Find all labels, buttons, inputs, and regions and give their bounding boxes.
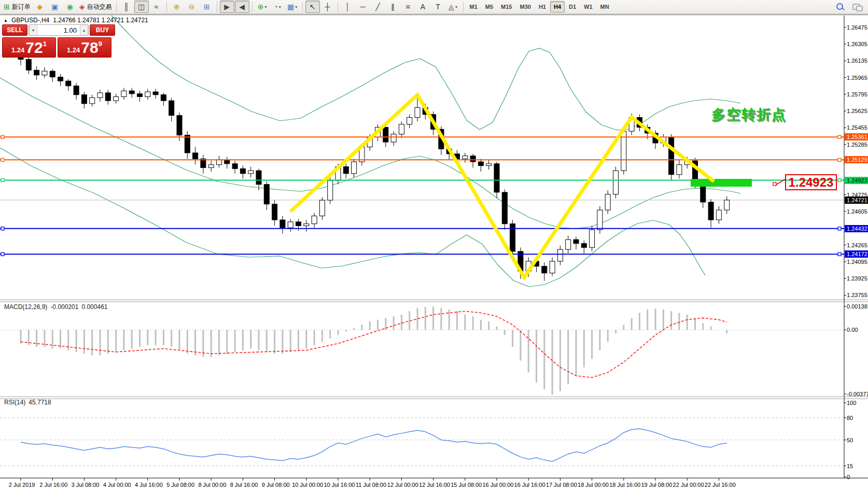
collapse-arrow-icon[interactable]: ▲ [4, 18, 8, 23]
time-axis-label: 4 Jul 00:00 [103, 482, 131, 488]
time-axis-label: 12 Jul 00:00 [387, 482, 418, 488]
time-axis-label: 2 Jul 2019 [9, 482, 35, 488]
price-tick-label: 1.24095 [847, 259, 867, 265]
time-axis-label: 19 Jul 08:00 [641, 482, 672, 488]
time-axis-label: 18 Jul 16:00 [609, 482, 640, 488]
volume-input[interactable] [37, 25, 80, 35]
chart-window[interactable]: ▲ GBPUSD-,H4 1.24766 1.24781 1.24721 1.2… [0, 15, 868, 491]
ohlc-values: 1.24766 1.24781 1.24721 1.24721 [53, 17, 148, 24]
terminal-window: ⊞新订单◆▣◉◈自动交易║◫≈⊕⊖⊞▶◀⊕▾◔▾▦▾↖┼│─╱∥≡AT◬▾M1M… [0, 0, 868, 491]
price-tick-label: 1.25965 [847, 75, 867, 81]
time-axis-label: 17 Jul 08:00 [546, 482, 577, 488]
price-line-label: 1.24923 [845, 177, 868, 184]
macd-value: -0.000201 [50, 303, 78, 311]
volume-stepper: ▾ ▴ [29, 24, 89, 36]
price-tick-label: 1.24265 [847, 242, 867, 249]
rsi-tick-label: 100 [847, 400, 856, 406]
rsi-tick-label: 50 [847, 437, 853, 444]
price-line-label: 1.24172 [845, 250, 868, 258]
time-axis-label: 22 Jul 00:00 [673, 482, 704, 488]
time-axis-label: 3 Jul 08:00 [72, 482, 100, 488]
price-tick-label: 1.26475 [847, 24, 867, 31]
buy-price-display[interactable]: 1.24789 [58, 37, 111, 58]
time-axis-label: 15 Jul 08:00 [451, 482, 482, 488]
sell-price-pips: 72 [25, 40, 43, 55]
price-line-label: 1.24432 [845, 225, 868, 232]
price-line-label: 1.24721 [845, 197, 868, 204]
price-tick-label: 1.26305 [847, 41, 867, 48]
one-click-trading-panel: SELL ▾ ▴ BUY 1.24721 1.24789 [2, 24, 115, 58]
time-axis-label: 5 Jul 08:00 [166, 482, 194, 488]
price-tick-label: 1.25285 [847, 142, 867, 148]
symbol-info-line: ▲ GBPUSD-,H4 1.24766 1.24781 1.24721 1.2… [4, 17, 148, 24]
sell-price-base: 1.24 [11, 46, 24, 54]
chart-canvas[interactable] [0, 0, 868, 491]
macd-tick-label: 0.001381 [847, 303, 868, 310]
rsi-indicator-label: RSI(14) 45.7718 [4, 399, 51, 406]
rsi-tick-label: 15 [847, 463, 853, 470]
macd-signal-value: 0.000461 [81, 303, 107, 311]
price-tick-label: 1.25625 [847, 108, 867, 115]
rsi-value: 45.7718 [29, 399, 51, 406]
time-axis-label: 10 Jul 16:00 [324, 482, 355, 488]
price-tick-label: 1.23755 [847, 292, 867, 299]
sell-button[interactable]: SELL [2, 24, 27, 36]
price-tick-label: 1.25795 [847, 91, 867, 98]
macd-indicator-label: MACD(12,26,9) -0.000201 0.000461 [4, 303, 107, 311]
buy-price-point: 9 [99, 40, 102, 48]
price-line-label: 1.25361 [845, 133, 868, 141]
chart-annotation-text[interactable]: 多空转折点 [711, 105, 787, 124]
price-callout-box[interactable]: 1.24923 [785, 174, 837, 190]
rsi-title: RSI(14) [4, 399, 25, 406]
price-tick-label: 1.25455 [847, 124, 867, 131]
macd-tick-label: -0.003771 [847, 391, 868, 398]
buy-price-base: 1.24 [67, 46, 80, 54]
macd-title: MACD(12,26,9) [4, 303, 47, 311]
time-axis-label: 11 Jul 08:00 [356, 482, 386, 488]
macd-tick-label: 0.00 [847, 327, 858, 333]
sell-price-display[interactable]: 1.24721 [2, 37, 56, 58]
buy-button[interactable]: BUY [90, 24, 115, 36]
price-tick-label: 1.23925 [847, 275, 867, 282]
time-axis-label: 16 Jul 16:00 [514, 482, 545, 488]
time-axis-label: 10 Jul 00:00 [292, 482, 323, 488]
time-axis-label: 2 Jul 16:00 [39, 482, 67, 488]
time-axis-label: 22 Jul 16:00 [705, 482, 736, 488]
price-tick-label: 1.24605 [847, 208, 867, 215]
price-line-label: 1.25129 [845, 156, 868, 163]
buy-price-pips: 78 [81, 40, 98, 55]
time-axis-label: 8 Jul 16:00 [230, 482, 258, 488]
time-axis-label: 18 Jul 00:00 [578, 482, 609, 488]
rsi-tick-label: 0 [847, 474, 850, 481]
time-axis-label: 4 Jul 16:00 [135, 482, 163, 488]
time-axis-label: 9 Jul 08:00 [262, 482, 290, 488]
symbol-timeframe: GBPUSD-,H4 [11, 17, 49, 24]
volume-decrease-button[interactable]: ▾ [29, 25, 37, 35]
time-axis-label: 12 Jul 16:00 [419, 482, 450, 488]
time-axis-label: 8 Jul 00:00 [198, 482, 226, 488]
sell-price-point: 1 [43, 40, 47, 48]
time-axis-label: 16 Jul 00:00 [482, 482, 513, 488]
rsi-tick-label: 80 [847, 415, 853, 422]
price-tick-label: 1.26135 [847, 58, 867, 64]
volume-increase-button[interactable]: ▴ [80, 25, 88, 35]
